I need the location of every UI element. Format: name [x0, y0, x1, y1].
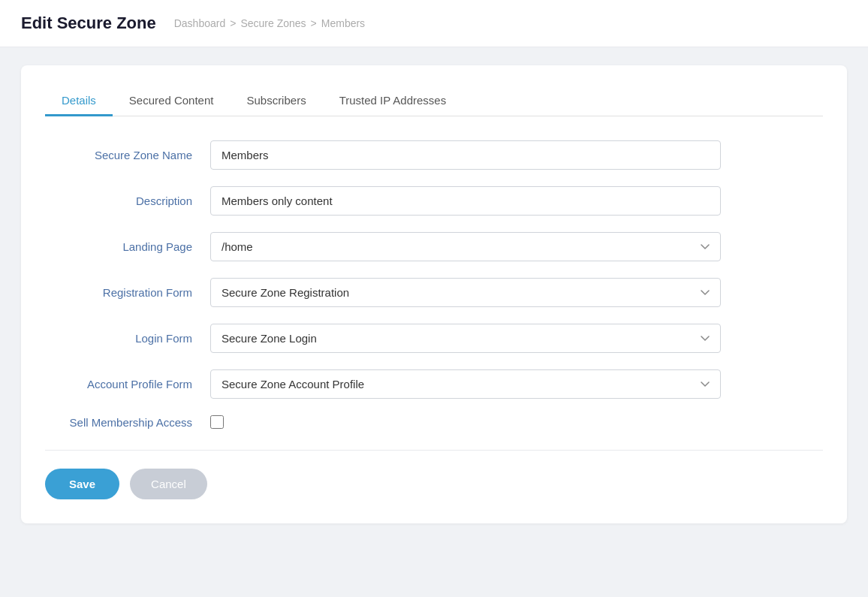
field-row-name: Secure Zone Name	[45, 140, 721, 170]
select-wrap-registration: Secure Zone Registration Default Registr…	[210, 278, 721, 307]
label-registration-form: Registration Form	[45, 286, 210, 299]
select-wrap-profile: Secure Zone Account Profile Default Prof…	[210, 369, 721, 399]
field-row-account-profile: Account Profile Form Secure Zone Account…	[45, 369, 721, 399]
button-row: Save Cancel	[45, 469, 823, 499]
label-login-form: Login Form	[45, 332, 210, 345]
field-row-description: Description	[45, 186, 721, 216]
tab-bar: Details Secured Content Subscribers Trus…	[45, 86, 823, 116]
breadcrumb-members[interactable]: Members	[321, 17, 365, 29]
form-divider	[45, 450, 823, 451]
field-row-login-form: Login Form Secure Zone Login Default Log…	[45, 324, 721, 353]
tab-details[interactable]: Details	[45, 86, 113, 116]
landing-page-select[interactable]: /home /index /members /login	[210, 232, 721, 261]
input-wrap-description	[210, 186, 721, 216]
checkbox-wrap-sell-membership	[210, 415, 721, 429]
field-row-sell-membership: Sell Membership Access	[45, 415, 721, 429]
main-card: Details Secured Content Subscribers Trus…	[21, 65, 847, 523]
secure-zone-name-input[interactable]	[210, 140, 721, 170]
select-wrap-landing-page: /home /index /members /login	[210, 232, 721, 261]
description-input[interactable]	[210, 186, 721, 216]
form-section: Secure Zone Name Description Landing Pag…	[45, 140, 721, 429]
breadcrumb-sep-1: >	[230, 17, 236, 29]
breadcrumb-sep-2: >	[311, 17, 317, 29]
tab-subscribers[interactable]: Subscribers	[230, 86, 322, 116]
breadcrumb-dashboard[interactable]: Dashboard	[174, 17, 226, 29]
label-description: Description	[45, 194, 210, 207]
tab-secured-content[interactable]: Secured Content	[113, 86, 231, 116]
label-landing-page: Landing Page	[45, 240, 210, 253]
save-button[interactable]: Save	[45, 469, 119, 499]
label-sell-membership: Sell Membership Access	[45, 416, 210, 429]
select-wrap-login: Secure Zone Login Default Login Custom L…	[210, 324, 721, 353]
label-secure-zone-name: Secure Zone Name	[45, 149, 210, 161]
input-wrap-name	[210, 140, 721, 170]
page-header: Edit Secure Zone Dashboard > Secure Zone…	[0, 0, 868, 47]
tab-trusted-ip[interactable]: Trusted IP Addresses	[323, 86, 463, 116]
page-title: Edit Secure Zone	[21, 14, 156, 33]
registration-form-select[interactable]: Secure Zone Registration Default Registr…	[210, 278, 721, 307]
login-form-select[interactable]: Secure Zone Login Default Login Custom L…	[210, 324, 721, 353]
main-content: Details Secured Content Subscribers Trus…	[0, 47, 868, 597]
field-row-registration-form: Registration Form Secure Zone Registrati…	[45, 278, 721, 307]
breadcrumb-secure-zones[interactable]: Secure Zones	[240, 17, 306, 29]
label-account-profile-form: Account Profile Form	[45, 378, 210, 390]
breadcrumb: Dashboard > Secure Zones > Members	[174, 17, 365, 29]
field-row-landing-page: Landing Page /home /index /members /logi…	[45, 232, 721, 261]
cancel-button[interactable]: Cancel	[130, 469, 207, 499]
sell-membership-checkbox[interactable]	[210, 415, 224, 429]
account-profile-form-select[interactable]: Secure Zone Account Profile Default Prof…	[210, 369, 721, 399]
